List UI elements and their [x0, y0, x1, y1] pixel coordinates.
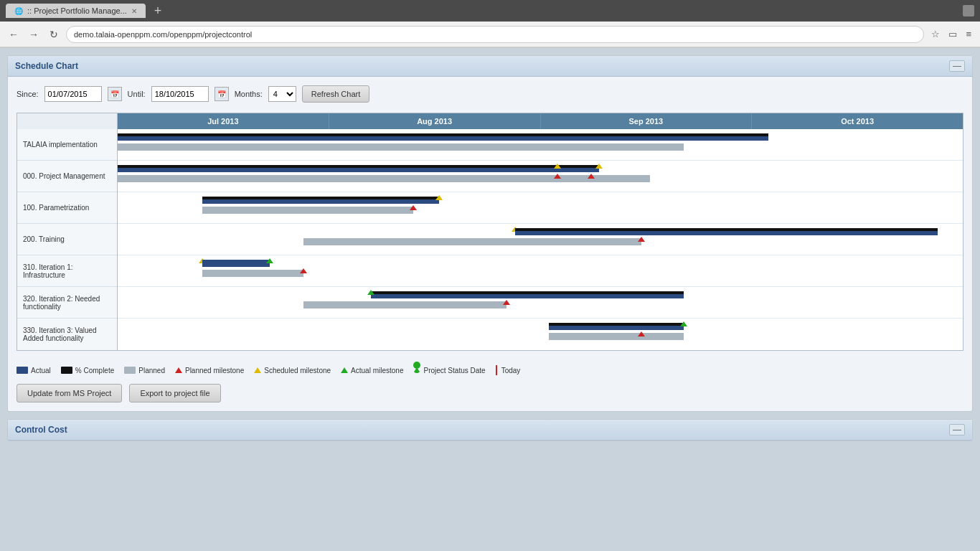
action-buttons: Update from MS Project Export to project… [17, 384, 963, 402]
legend-status-date-label: Project Status Date [423, 367, 485, 375]
bar-330-pct [549, 323, 684, 326]
label-320: 320. Iteration 2: Needed functionality [17, 287, 117, 319]
legend-actual-milestone-label: Actual milestone [351, 367, 403, 375]
since-date-input[interactable] [44, 86, 102, 102]
tab-title: :: Project Portfolio Manage... [27, 6, 127, 15]
legend-planned-label: Planned [138, 367, 165, 375]
legend-pct: % Complete [61, 367, 114, 375]
since-label: Since: [17, 90, 39, 98]
legend-scheduled-milestone-icon [254, 367, 261, 373]
menu-icon[interactable]: ≡ [963, 27, 974, 41]
control-cost-panel-header: Control Cost — [8, 420, 972, 441]
browser-nav: ← → ↻ ☆ ▭ ≡ [0, 22, 980, 47]
back-button[interactable]: ← [6, 27, 22, 42]
tab-close-icon[interactable]: ✕ [131, 7, 137, 15]
bar-330-planned [549, 333, 684, 340]
row-100 [118, 192, 963, 224]
legend-pct-box [61, 367, 72, 374]
export-project-file-button[interactable]: Export to project file [129, 384, 220, 402]
panel-collapse-button[interactable]: — [949, 60, 965, 72]
reload-button[interactable]: ↻ [46, 27, 62, 42]
label-310: 310. Iteration 1: Infrastructure [17, 255, 117, 287]
months-label: Months: [235, 90, 263, 98]
bar-310-planned [202, 270, 303, 277]
schedule-chart-panel: Schedule Chart — Since: 📅 Until: 📅 Month… [7, 55, 973, 412]
row-talaia [118, 129, 963, 161]
milestone-330-planned [638, 331, 645, 336]
legend-status-date: Project Status Date [413, 367, 485, 375]
milestone-000-planned-bot1 [554, 174, 561, 179]
bar-talaia-planned [118, 143, 684, 151]
bar-310-actual [202, 260, 270, 267]
milestone-310-planned [300, 268, 307, 273]
legend-scheduled-milestone-label: Scheduled milestone [264, 367, 331, 375]
row-310 [118, 255, 963, 287]
bar-000-pct [118, 165, 599, 168]
bar-100-pct [202, 197, 439, 199]
bar-200-pct [515, 228, 938, 231]
month-jul: Jul 2013 [118, 113, 329, 129]
panel-body: Since: 📅 Until: 📅 Months: 4 3 6 12 Refre… [8, 77, 972, 411]
label-100: 100. Parametrization [17, 192, 117, 224]
browser-chrome: 🌐 :: Project Portfolio Manage... ✕ + ← →… [0, 0, 980, 48]
panel-header: Schedule Chart — [8, 56, 972, 77]
cast-icon[interactable]: ▭ [946, 27, 960, 41]
legend-scheduled-milestone: Scheduled milestone [254, 367, 331, 375]
gantt-body: TALAIA implementation 000. Project Manag… [17, 129, 963, 350]
until-calendar-button[interactable]: 📅 [215, 87, 229, 101]
legend-planned-milestone-icon [175, 367, 182, 373]
gantt-header-row: Jul 2013 Aug 2013 Sep 2013 Oct 2013 [17, 113, 963, 129]
control-cost-title: Control Cost [15, 425, 67, 435]
gantt-chart: Jul 2013 Aug 2013 Sep 2013 Oct 2013 TALA… [17, 113, 963, 351]
month-aug: Aug 2013 [329, 113, 541, 129]
legend-actual-milestone: Actual milestone [341, 367, 403, 375]
chart-toolbar: Since: 📅 Until: 📅 Months: 4 3 6 12 Refre… [17, 85, 963, 103]
nav-icons: ☆ ▭ ≡ [928, 27, 974, 41]
bar-000-planned [118, 175, 650, 182]
milestone-100-sched [435, 195, 443, 200]
milestone-100-planned [410, 205, 417, 210]
milestone-320-actual [367, 290, 374, 295]
bar-320-planned [303, 301, 507, 309]
update-ms-project-button[interactable]: Update from MS Project [17, 384, 122, 402]
address-bar[interactable] [66, 26, 924, 43]
bar-100-planned [202, 207, 414, 214]
milestone-000-sched2-top [595, 164, 603, 169]
legend-actual-box [17, 367, 28, 374]
window-control[interactable] [963, 5, 974, 17]
month-oct: Oct 2013 [752, 113, 963, 129]
new-tab-icon[interactable]: + [151, 4, 162, 19]
chart-column [118, 129, 963, 350]
milestone-320-planned [503, 300, 510, 305]
legend-status-date-icon [413, 367, 420, 373]
milestone-000-planned-bot2 [588, 174, 595, 179]
forward-button[interactable]: → [26, 27, 42, 42]
row-330 [118, 319, 963, 350]
row-000 [118, 161, 963, 192]
page-content: Schedule Chart — Since: 📅 Until: 📅 Month… [0, 48, 980, 448]
bookmark-icon[interactable]: ☆ [928, 27, 943, 41]
control-cost-collapse-button[interactable]: — [949, 424, 965, 435]
months-select[interactable]: 4 3 6 12 [268, 86, 296, 102]
legend-today: Today [496, 365, 521, 375]
month-sep: Sep 2013 [541, 113, 753, 129]
bar-200-planned [303, 238, 641, 245]
legend-actual-milestone-icon [341, 367, 348, 373]
panel-title: Schedule Chart [15, 61, 78, 71]
milestone-000-sched-top [554, 164, 561, 169]
label-000: 000. Project Management [17, 161, 117, 192]
until-date-input[interactable] [151, 86, 209, 102]
label-column: TALAIA implementation 000. Project Manag… [17, 129, 118, 350]
chart-legend: Actual % Complete Planned Planned milest… [17, 359, 963, 381]
gantt-months-header: Jul 2013 Aug 2013 Sep 2013 Oct 2013 [118, 113, 963, 129]
milestone-200-planned [638, 237, 645, 242]
bar-talaia-pct [118, 133, 768, 136]
since-calendar-button[interactable]: 📅 [108, 87, 122, 101]
refresh-chart-button[interactable]: Refresh Chart [302, 85, 369, 103]
milestone-330-actual [680, 321, 687, 326]
legend-actual-label: Actual [31, 367, 51, 375]
browser-tab[interactable]: 🌐 :: Project Portfolio Manage... ✕ [6, 4, 146, 18]
until-label: Until: [128, 90, 146, 98]
legend-today-label: Today [501, 367, 521, 375]
legend-actual: Actual [17, 367, 51, 375]
